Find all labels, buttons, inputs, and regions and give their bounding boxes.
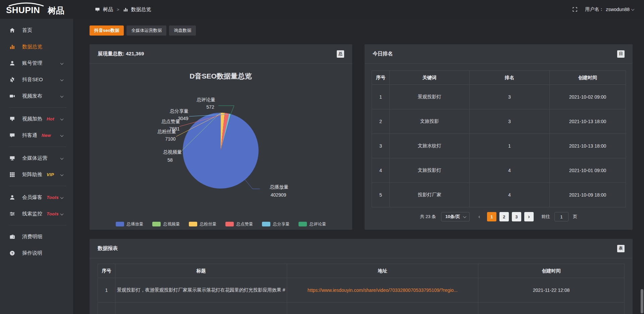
- legend-label: 总粉丝量: [200, 221, 217, 227]
- col-created: 创建时间: [550, 71, 626, 85]
- prev-page-button[interactable]: ‹: [475, 212, 484, 221]
- tab-media-operation-data[interactable]: 全媒体运营数据: [126, 25, 166, 36]
- tab-douyin-seo-data[interactable]: 抖音seo数据: [90, 25, 124, 36]
- col-index: 序号: [372, 71, 390, 85]
- hot-tag: Hot: [47, 116, 54, 121]
- sidebar-item-data-overview[interactable]: 数据总览: [0, 39, 73, 55]
- sidebar-item-home[interactable]: 首页: [0, 22, 73, 39]
- legend-item[interactable]: 总播放量: [116, 221, 144, 227]
- col-url: 地址: [287, 264, 478, 278]
- video-icon: [9, 93, 15, 99]
- pie-slice[interactable]: [183, 113, 259, 189]
- main-content: 抖音seo数据 全媒体运营数据 询盘数据 展现量总数: 421,369 总 D音…: [73, 19, 644, 314]
- sidebar-item-member-burst[interactable]: 会员爆客 Tools: [0, 189, 73, 206]
- pie-label-value: 3049: [178, 116, 188, 121]
- label-line: [245, 179, 260, 189]
- logo-text-cn: 树品: [47, 6, 64, 15]
- cell-index: 3: [372, 134, 390, 158]
- day-badge[interactable]: 日: [617, 50, 625, 58]
- cell-rank: 3: [470, 85, 550, 109]
- legend-item[interactable]: 总视频量: [152, 221, 180, 227]
- cell-url-link[interactable]: https://www.iesdouyin.com/share/video/70…: [287, 278, 478, 303]
- cell-created: 2021-10-01 09:00: [550, 158, 626, 183]
- scrollbar-thumb[interactable]: [641, 289, 643, 313]
- goto-suffix: 页: [573, 214, 577, 220]
- col-index: 序号: [98, 264, 115, 278]
- goto-page-input[interactable]: 1: [554, 212, 569, 221]
- sidebar-item-account[interactable]: 账号管理: [0, 55, 73, 71]
- sidebar-item-consumption[interactable]: 消费明细: [0, 228, 73, 245]
- pie-label-value: 7100: [165, 136, 175, 142]
- chevron-down-icon: [463, 215, 466, 218]
- user-menu[interactable]: 用户名：zswodun88: [585, 6, 634, 12]
- table-row: 5 投影灯厂家 4 2021-10-09 18:00: [372, 183, 626, 207]
- comment-icon: [9, 133, 15, 138]
- sidebar-item-label: 操作说明: [22, 250, 42, 256]
- sidebar-item-media-operation[interactable]: 全媒体运营: [0, 150, 73, 166]
- pie-chart-svg[interactable]: D音SEO数据量总览总视频量58总粉丝量7100总点赞量7681总分享量3049…: [90, 64, 352, 216]
- chevron-down-icon: [60, 78, 64, 81]
- table-row: [98, 303, 625, 314]
- sidebar-item-label: 抖客通: [22, 132, 37, 139]
- cell-created: 2021-10-13 18:00: [550, 109, 626, 134]
- grid-icon: [9, 172, 15, 177]
- chevron-down-icon: [60, 212, 64, 215]
- sidebar-item-label: 全媒体运营: [22, 155, 47, 161]
- next-page-button[interactable]: ›: [524, 212, 534, 221]
- cell-index: 5: [372, 183, 390, 207]
- chevron-down-icon: [60, 117, 64, 120]
- sidebar-item-doukestong[interactable]: 抖客通 New: [0, 127, 73, 144]
- username: zswodun88: [606, 7, 630, 12]
- page-size-select[interactable]: 10条/页: [441, 212, 470, 221]
- monitor-icon: [9, 155, 15, 161]
- sidebar-item-video-heat[interactable]: 视频加热 Hot: [0, 111, 73, 127]
- goto-label: 前往: [541, 214, 550, 220]
- user-label: 用户名：: [585, 6, 604, 12]
- sidebar-item-douyin-seo[interactable]: 抖音SEO: [0, 71, 73, 88]
- table-row: 1 景观投影灯 3 2021-10-02 09:00: [372, 85, 626, 109]
- sidebar-item-help[interactable]: ? 操作说明: [0, 245, 73, 261]
- sidebar-item-lead-monitor[interactable]: 线索监控 Tools: [0, 206, 73, 222]
- sidebar-item-label: 视频发布: [22, 93, 42, 99]
- legend-swatch-icon: [189, 222, 197, 226]
- breadcrumb: 树品 > 数据总览: [95, 6, 151, 13]
- legend-swatch-icon: [299, 222, 307, 226]
- cell-created: 2021-10-09 18:00: [550, 183, 626, 207]
- user-area: 用户名：zswodun88: [572, 6, 634, 12]
- logo-text-en: SHUPIN: [6, 5, 40, 15]
- cell-index: 1: [372, 85, 390, 109]
- chevron-down-icon: [631, 7, 635, 11]
- cell-rank: 4: [470, 158, 550, 183]
- report-panel: 数据报表 表 序号 标题 地址 创建时间 1 景观投影灯，夜游景观投影灯厂家展示…: [90, 239, 633, 314]
- chevron-down-icon: [60, 134, 64, 137]
- legend-label: 总分享量: [273, 221, 290, 227]
- cell-rank: 1: [470, 134, 550, 158]
- page-button-2[interactable]: 2: [499, 212, 509, 221]
- legend-item[interactable]: 总评论量: [299, 221, 326, 227]
- report-panel-title: 数据报表: [98, 245, 118, 252]
- total-badge[interactable]: 总: [337, 50, 344, 58]
- bar-chart-icon: [9, 44, 15, 50]
- page-button-1[interactable]: 1: [487, 212, 496, 221]
- chart-title: D音SEO数据量总览: [190, 72, 252, 80]
- pie-label-name: 总评论量: [197, 97, 215, 102]
- cell-rank: 4: [470, 183, 550, 207]
- sidebar-item-label: 首页: [22, 27, 32, 34]
- sidebar: 首页 数据总览 账号管理 抖音SEO 视频发布 视频加热 Hot 抖客通 New…: [0, 19, 73, 314]
- breadcrumb-root[interactable]: 树品: [103, 6, 113, 13]
- pagination-total: 共 23 条: [420, 214, 436, 220]
- table-badge[interactable]: 表: [617, 245, 625, 252]
- chevron-down-icon: [60, 156, 64, 160]
- legend-item[interactable]: 总点赞量: [225, 221, 253, 227]
- legend-item[interactable]: 总分享量: [262, 221, 290, 227]
- new-tag: New: [42, 133, 51, 138]
- sidebar-item-video-publish[interactable]: 视频发布: [0, 88, 73, 104]
- board-icon: [95, 7, 100, 12]
- col-created: 创建时间: [478, 264, 625, 278]
- sidebar-item-matrix-boost[interactable]: 矩阵助推 VIP: [0, 166, 73, 183]
- fullscreen-icon[interactable]: [572, 7, 578, 12]
- legend-item[interactable]: 总粉丝量: [189, 221, 217, 227]
- tab-inquiry-data[interactable]: 询盘数据: [169, 25, 196, 36]
- chart-legend: 总播放量总视频量总粉丝量总点赞量总分享量总评论量: [90, 218, 352, 230]
- page-button-3[interactable]: 3: [512, 212, 521, 221]
